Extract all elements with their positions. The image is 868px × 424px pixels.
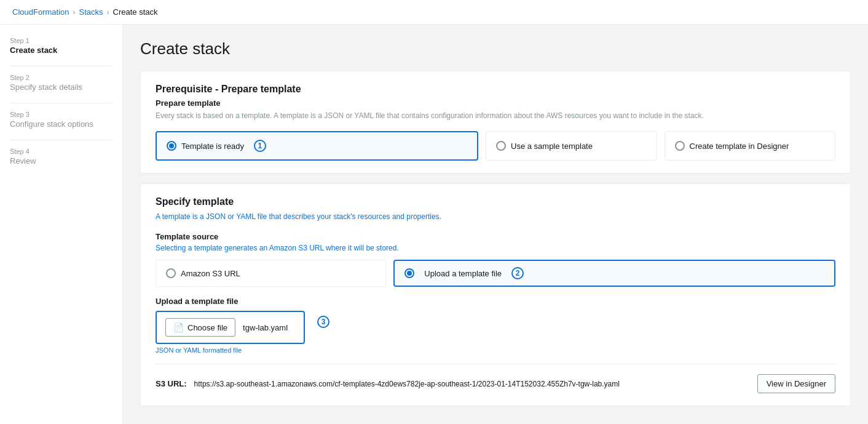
upload-label: Upload a template file — [156, 297, 835, 306]
specify-title: Specify template — [156, 196, 835, 207]
option-sample-template[interactable]: Use a sample template — [486, 131, 657, 161]
step2-label: Specify stack details — [10, 82, 112, 92]
step1-label: Create stack — [10, 46, 112, 55]
prerequisite-title: Prerequisite - Prepare template — [156, 84, 835, 95]
step3-num: Step 3 — [10, 111, 112, 118]
prepare-template-options: Template is ready 1 Use a sample templat… — [156, 131, 835, 161]
step4-label: Review — [10, 156, 112, 166]
prepare-template-desc: Every stack is based on a template. A te… — [156, 110, 835, 121]
option-template-ready-label: Template is ready — [181, 142, 244, 151]
source-label: Template source — [156, 232, 835, 241]
sidebar-step-1: Step 1 Create stack — [10, 37, 112, 55]
sidebar-step-3: Step 3 Configure stack options — [10, 111, 112, 129]
option-designer-label: Create template in Designer — [690, 142, 789, 151]
choose-file-button[interactable]: 📄 Choose file — [165, 318, 235, 337]
radio-template-ready — [167, 141, 176, 151]
specify-desc: A template is a JSON or YAML file that d… — [156, 211, 835, 222]
source-options: Amazon S3 URL Upload a template file 2 — [156, 260, 835, 287]
radio-sample-template — [496, 141, 506, 151]
prepare-template-label: Prepare template — [156, 98, 835, 108]
main-content: Create stack Prerequisite - Prepare temp… — [123, 25, 868, 424]
sidebar-step-4: Step 4 Review — [10, 148, 112, 166]
file-name: tgw-lab.yaml — [235, 319, 295, 336]
annotation-1: 1 — [254, 140, 266, 152]
radio-upload — [404, 268, 414, 278]
upload-section: Upload a template file 📄 Choose file tgw… — [156, 297, 835, 354]
view-in-designer-button[interactable]: View in Designer — [757, 374, 835, 393]
step3-label: Configure stack options — [10, 119, 112, 129]
page-title: Create stack — [140, 39, 851, 58]
specify-template-card: Specify template A template is a JSON or… — [140, 183, 851, 406]
source-option-upload-label: Upload a template file — [424, 269, 502, 278]
choose-file-label: Choose file — [187, 323, 227, 332]
sidebar: Step 1 Create stack Step 2 Specify stack… — [0, 25, 123, 424]
breadcrumb-sep2: › — [107, 8, 109, 17]
breadcrumb-current: Create stack — [113, 7, 158, 17]
s3-url-row: S3 URL: https://s3.ap-southeast-1.amazon… — [156, 364, 835, 393]
prerequisite-card: Prerequisite - Prepare template Prepare … — [140, 71, 851, 174]
option-template-ready[interactable]: Template is ready 1 — [156, 131, 478, 161]
source-option-s3[interactable]: Amazon S3 URL — [156, 260, 386, 287]
breadcrumb: CloudFormation › Stacks › Create stack — [0, 0, 868, 25]
source-sublabel: Selecting a template generates an Amazon… — [156, 244, 835, 252]
annotation-2: 2 — [511, 267, 524, 279]
breadcrumb-cloudformation[interactable]: CloudFormation — [12, 7, 69, 17]
file-format-hint: JSON or YAML formatted file — [156, 346, 835, 354]
option-designer[interactable]: Create template in Designer — [665, 131, 836, 161]
breadcrumb-sep1: › — [73, 8, 76, 17]
annotation-3: 3 — [317, 316, 329, 328]
source-option-s3-label: Amazon S3 URL — [181, 269, 240, 278]
upload-box: 📄 Choose file tgw-lab.yaml — [156, 311, 305, 344]
source-option-upload[interactable]: Upload a template file 2 — [393, 260, 835, 287]
s3-url-value: https://s3.ap-southeast-1.amazonaws.com/… — [194, 380, 750, 388]
s3-url-label: S3 URL: — [156, 379, 187, 388]
radio-designer — [675, 141, 685, 151]
step1-num: Step 1 — [10, 37, 112, 44]
radio-s3-url — [166, 268, 176, 278]
step2-num: Step 2 — [10, 74, 112, 81]
option-sample-template-label: Use a sample template — [511, 142, 593, 151]
breadcrumb-stacks[interactable]: Stacks — [79, 7, 103, 17]
step4-num: Step 4 — [10, 148, 112, 155]
sidebar-step-2: Step 2 Specify stack details — [10, 74, 112, 92]
upload-icon: 📄 — [173, 322, 184, 332]
